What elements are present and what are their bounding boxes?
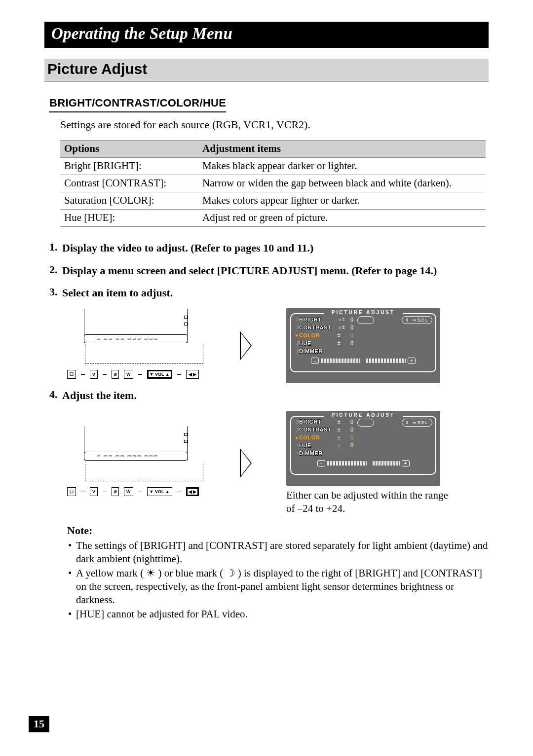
procedure-step: 2. Display a menu screen and select [PIC… bbox=[49, 263, 489, 278]
table-row: Hue [HUE]: Adjust red or green of pictur… bbox=[60, 210, 486, 227]
key-divider bbox=[81, 492, 85, 492]
key-leftright: ◀ ▶ bbox=[186, 487, 199, 496]
osd-plus: + bbox=[402, 460, 410, 467]
step-text: Adjust the item. bbox=[62, 388, 137, 403]
key-volume: ▼ VOL ▲ bbox=[147, 487, 172, 496]
osd-value: 0 bbox=[350, 324, 359, 330]
key: ⎚ bbox=[112, 487, 119, 496]
osd-minus: – bbox=[311, 358, 319, 364]
step-number: 4. bbox=[49, 388, 62, 403]
osd-item-label: DIMMER bbox=[299, 450, 338, 456]
key-divider bbox=[138, 492, 142, 492]
key: V bbox=[90, 370, 98, 379]
option-cell: Saturation [COLOR]: bbox=[60, 192, 198, 210]
osd-item-label: HUE bbox=[299, 442, 338, 448]
key-volume: ▼ VOL ▲ bbox=[147, 370, 172, 379]
section-heading: Picture Adjust bbox=[44, 59, 489, 82]
osd-plus: + bbox=[408, 358, 416, 364]
device-diagram: ▭ ▭▭ ▭▭ ▭▭▭ ▭▭▭ ☐ V ⎚ W ▼ VOL ▲ ◀ ▶ bbox=[67, 309, 205, 383]
osd-value-bracket-icon bbox=[357, 316, 374, 324]
table-row: Contrast [CONTRAST]: Narrow or widen the… bbox=[60, 175, 486, 192]
osd-sel-pill: ⇕ ⇔SEL bbox=[402, 419, 432, 427]
osd-screenshot: PICTURE ADJUST ⇕ ⇔SEL ☽BRIGHT±0 ☽CONTRAS… bbox=[286, 411, 440, 486]
option-cell: Contrast [CONTRAST]: bbox=[60, 175, 198, 192]
osd-marker-selected-icon: ● bbox=[294, 435, 299, 440]
monitor-slots-icon: ▭ ▭▭ ▭▭ ▭▭▭ ▭▭▭ bbox=[97, 336, 159, 341]
desc-cell: Makes colors appear lighter or darker. bbox=[198, 192, 486, 210]
osd-item-label: BRIGHT bbox=[299, 419, 338, 425]
osd-title: PICTURE ADJUST bbox=[324, 310, 403, 315]
osd-marker-icon: ☽ bbox=[294, 443, 299, 448]
osd-item-label: DIMMER bbox=[299, 348, 338, 354]
key-divider bbox=[138, 374, 142, 375]
monitor-slots-icon: ▭ ▭▭ ▭▭ ▭▭▭ ▭▭▭ bbox=[97, 454, 159, 458]
keyboard-diagram: ☐ V ⎚ W ▼ VOL ▲ ◀ ▶ bbox=[67, 366, 205, 383]
osd-slider: – + bbox=[294, 358, 432, 364]
osd-symbol: ± bbox=[338, 332, 350, 338]
osd-item-label: COLOR bbox=[299, 332, 338, 338]
osd-item-label: COLOR bbox=[299, 434, 338, 440]
osd-symbol: ☼± bbox=[338, 317, 350, 322]
osd-marker-icon: ☽ bbox=[294, 324, 299, 330]
dashed-connector-icon bbox=[85, 462, 203, 481]
key: ⎚ bbox=[112, 370, 119, 379]
osd-symbol: ± bbox=[338, 427, 350, 432]
device-diagram: ▭ ▭▭ ▭▭ ▭▭▭ ▭▭▭ ☐ V ⎚ W ▼ VOL ▲ ◀ ▶ bbox=[67, 426, 205, 500]
key-divider bbox=[81, 374, 85, 375]
osd-slider-bar-icon bbox=[373, 461, 400, 466]
key: V bbox=[90, 487, 98, 496]
osd-marker-icon: ☽ bbox=[294, 427, 299, 432]
osd-value: 5 bbox=[350, 434, 359, 440]
note-item: A yellow mark ( ☀ ) or blue mark ( ☽ ) i… bbox=[67, 567, 489, 607]
osd-caption: Either can be adjusted within the range … bbox=[286, 489, 449, 516]
osd-value: 0 bbox=[350, 340, 359, 346]
step-text: Display a menu screen and select [PICTUR… bbox=[62, 263, 437, 278]
illustration-row: ▭ ▭▭ ▭▭ ▭▭▭ ▭▭▭ ☐ V ⎚ W ▼ VOL ▲ ◀ ▶ bbox=[67, 308, 489, 383]
osd-value: 0 bbox=[350, 332, 359, 338]
osd-item-label: CONTRAST bbox=[299, 324, 338, 330]
note-item: The settings of [BRIGHT] and [CONTRAST] … bbox=[67, 539, 489, 566]
adjustment-header: Adjustment items bbox=[198, 141, 486, 158]
subsection-intro: Settings are stored for each source (RGB… bbox=[60, 118, 489, 131]
arrow-right-icon bbox=[240, 331, 252, 360]
key-divider bbox=[103, 492, 107, 492]
key-divider bbox=[177, 492, 181, 492]
desc-cell: Narrow or widen the gap between black an… bbox=[198, 175, 486, 192]
options-table: Options Adjustment items Bright [BRIGHT]… bbox=[60, 140, 486, 227]
subsection-heading: BRIGHT/CONTRAST/COLOR/HUE bbox=[49, 97, 226, 112]
desc-cell: Makes black appear darker or lighter. bbox=[198, 158, 486, 175]
osd-symbol: ± bbox=[338, 340, 350, 346]
key-divider bbox=[177, 374, 181, 375]
illustration-row: ▭ ▭▭ ▭▭ ▭▭▭ ▭▭▭ ☐ V ⎚ W ▼ VOL ▲ ◀ ▶ bbox=[67, 411, 489, 516]
osd-item-label: HUE bbox=[299, 340, 338, 346]
osd-slider-bar-icon bbox=[321, 359, 360, 363]
osd-screenshot: PICTURE ADJUST ⇕ ⇔SEL ☽BRIGHT☼±0 ☽CONTRA… bbox=[286, 308, 440, 383]
osd-marker-icon: ☽ bbox=[294, 317, 299, 322]
osd-value: 0 bbox=[350, 442, 359, 448]
key-divider bbox=[103, 374, 107, 375]
table-row: Bright [BRIGHT]: Makes black appear dark… bbox=[60, 158, 486, 175]
step-number: 1. bbox=[49, 241, 62, 255]
table-row: Saturation [COLOR]: Makes colors appear … bbox=[60, 192, 486, 210]
osd-marker-icon: ☽ bbox=[294, 340, 299, 346]
osd-item-label: CONTRAST bbox=[299, 427, 338, 432]
osd-title: PICTURE ADJUST bbox=[324, 412, 403, 418]
keyboard-diagram: ☐ V ⎚ W ▼ VOL ▲ ◀ ▶ bbox=[67, 483, 205, 500]
osd-symbol: ± bbox=[338, 435, 350, 440]
step-number: 3. bbox=[49, 286, 62, 300]
osd-value: 0 bbox=[350, 427, 359, 432]
note-list: The settings of [BRIGHT] and [CONTRAST] … bbox=[67, 539, 489, 620]
key: W bbox=[124, 370, 133, 379]
page-number: 15 bbox=[29, 716, 49, 732]
osd-marker-icon: ☽ bbox=[294, 419, 299, 425]
osd-slider: – + bbox=[294, 460, 432, 467]
procedure-step: 3. Select an item to adjust. bbox=[49, 286, 489, 300]
step-text: Select an item to adjust. bbox=[62, 286, 173, 300]
options-header: Options bbox=[60, 141, 198, 158]
key: ☐ bbox=[67, 487, 76, 496]
osd-marker-icon: ☽ bbox=[294, 348, 299, 354]
osd-slider-bar-icon bbox=[366, 359, 406, 363]
procedure-step: 1. Display the video to adjust. (Refer t… bbox=[49, 241, 489, 255]
note-item: [HUE] cannot be adjusted for PAL video. bbox=[67, 608, 489, 621]
step-text: Display the video to adjust. (Refer to p… bbox=[62, 241, 313, 255]
